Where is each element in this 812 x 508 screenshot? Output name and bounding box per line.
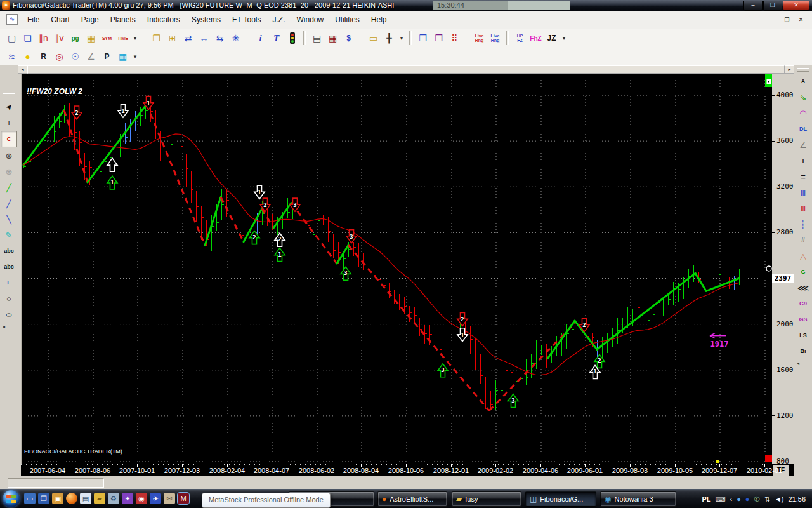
menu-planets[interactable]: Planets (105, 13, 141, 26)
hp-fz-button[interactable]: HP FZ (513, 30, 527, 46)
ruler-button[interactable]: ▭ (366, 30, 381, 46)
menu-help[interactable]: Help (365, 13, 393, 26)
bars-v-button[interactable]: ∥v (52, 30, 67, 46)
scrollbar-thumb[interactable] (27, 65, 785, 74)
planet-p-button[interactable]: P (100, 49, 114, 64)
new-chart-button[interactable]: ▢ (4, 30, 19, 46)
expand-bars-button[interactable]: ↔ (197, 30, 211, 46)
mdi-system-icon[interactable]: ∿ (6, 14, 18, 25)
pen-tool[interactable]: ✎ (1, 227, 16, 243)
multi-trend-tool[interactable]: ⇘ (796, 90, 811, 105)
menu-fttools[interactable]: FT Tools (226, 13, 267, 26)
notepad-icon[interactable]: ▤ (80, 493, 91, 504)
trendline-blue2-tool[interactable]: ╲ (1, 211, 16, 227)
gann-angle-tool[interactable]: ∠ (796, 137, 811, 152)
menu-window[interactable]: Window (291, 13, 329, 26)
tray-app-1-icon[interactable]: ● (737, 495, 741, 503)
taskbar-button-notowania-3[interactable]: ◉Notowania 3 (600, 491, 676, 507)
minimize-button[interactable]: – (743, 1, 763, 11)
gann-g-tool[interactable]: G (796, 264, 811, 279)
crosshair-tool[interactable]: + (1, 115, 16, 130)
fan-tool[interactable]: ⋘ (796, 280, 811, 295)
file-tools-dropdown[interactable]: ▾ (131, 30, 139, 46)
layout-grid-button[interactable]: ▦ (84, 30, 98, 46)
maximize-button[interactable]: ❐ (763, 1, 782, 11)
menu-file[interactable]: File (22, 13, 45, 26)
mail-app-icon[interactable]: ✉ (164, 493, 175, 504)
bi-tool[interactable]: Bi (796, 344, 811, 359)
chart-canvas[interactable]: 21111232213321332211917!!FW20 ZOLW 2FIBO… (21, 74, 773, 464)
andrews-a-tool[interactable]: A (796, 74, 811, 89)
compress-bars-button[interactable]: ⇄ (181, 30, 195, 46)
hlines-tool[interactable]: ≡ (796, 169, 811, 184)
page-button[interactable]: pg (68, 30, 82, 46)
g9-tool[interactable]: G9 (796, 296, 811, 311)
window-switcher-icon[interactable]: ❐ (38, 493, 49, 504)
traffic-light-button[interactable] (285, 30, 299, 46)
window-hilo-button[interactable]: ❒ (416, 30, 430, 46)
folder-icon[interactable]: ▰ (94, 493, 105, 504)
sun-positions-button[interactable]: ● (20, 49, 35, 64)
print-button[interactable]: ▤ (310, 30, 324, 46)
taskbar-button-fibonacci-g[interactable]: ◫Fibonacci/G... (525, 491, 596, 507)
cycles-button[interactable]: ≋ (4, 49, 19, 64)
window-candle-button[interactable]: ❒ (431, 30, 446, 46)
left-toolbar-more[interactable]: ◂ (1, 323, 16, 330)
vlines-blue-tool[interactable]: ||| (796, 185, 811, 200)
horizontal-scrollbar[interactable]: ◂ ▸ (18, 65, 794, 74)
show-desktop-icon[interactable]: ▭ (24, 493, 36, 504)
pointer-tool[interactable]: ➤ (0, 96, 20, 117)
phone-icon[interactable]: ✆ (754, 495, 759, 504)
media-app-icon[interactable]: ✦ (122, 493, 133, 504)
text-abc-tool[interactable]: abc (1, 243, 16, 258)
recycle-bin-icon[interactable]: ♻ (108, 493, 119, 504)
fibonacci-tool[interactable]: F (1, 275, 16, 290)
mdi-restore-button[interactable]: ❐ (781, 15, 793, 25)
menu-utilities[interactable]: Utilities (329, 13, 365, 26)
circle-tool[interactable]: ○ (1, 291, 16, 306)
blue-app-icon[interactable]: ✈ (150, 493, 161, 504)
price-style-button[interactable]: ╂ (382, 30, 396, 46)
astro-dropdown[interactable]: ▾ (131, 49, 139, 64)
pointer-info-button[interactable]: i (253, 30, 268, 46)
trendline-blue-tool[interactable]: ╱ (1, 196, 16, 211)
firefox-icon[interactable] (66, 493, 77, 504)
interval-lines-tool[interactable]: I (796, 153, 811, 168)
jz-dropdown[interactable]: ▾ (560, 30, 568, 46)
menu-page[interactable]: Page (75, 13, 105, 26)
delete-text-tool[interactable]: abc (1, 259, 16, 274)
menu-jz[interactable]: J.Z. (266, 13, 291, 26)
taskbar-button-fusy[interactable]: ▰fusy (452, 491, 521, 507)
time-button[interactable]: TIME (115, 30, 130, 46)
close-button[interactable]: ✕ (783, 1, 809, 11)
keyboard-icon[interactable]: ⌨ (716, 495, 726, 504)
triangle-tool[interactable]: △ (796, 248, 811, 264)
tile-windows-button[interactable]: ⊞ (165, 30, 180, 46)
tray-app-2-icon[interactable]: ● (745, 495, 750, 503)
cascade-windows-button[interactable]: ❐ (149, 30, 164, 46)
fhz-button[interactable]: FhZ (528, 30, 543, 46)
menu-systems[interactable]: Systems (186, 13, 226, 26)
gs-tool[interactable]: GS (796, 312, 811, 327)
parallel-lines-tool[interactable]: // (796, 232, 811, 248)
explorer-icon[interactable]: ▣ (52, 493, 63, 504)
zoom-preview-tool[interactable]: ⊕ (1, 148, 16, 163)
volume-icon[interactable]: ◄) (775, 495, 784, 503)
taskbar-button-astroelliotts[interactable]: ●AstroElliottS... (377, 491, 447, 507)
magnet-tool[interactable]: C (1, 131, 17, 147)
chevron-icon[interactable]: ‹ (730, 495, 732, 503)
mdi-close-button[interactable]: ✕ (795, 15, 807, 25)
aspect-lines-button[interactable]: ∠ (84, 49, 98, 64)
language-indicator[interactable]: PL (702, 495, 711, 503)
live-range-red-button[interactable]: Live Rng (472, 30, 487, 46)
mdi-minimize-button[interactable]: ‒ (767, 15, 779, 25)
taskbar-clock[interactable]: 21:56 (788, 495, 806, 503)
start-button[interactable] (3, 490, 20, 507)
symbol-button[interactable]: SYM (100, 30, 114, 46)
ephemeris-grid-button[interactable]: ▦ (115, 49, 130, 64)
shift-chart-button[interactable]: ⇆ (213, 30, 227, 46)
ls-tool[interactable]: LS (796, 328, 811, 343)
text-tool-button[interactable]: T (269, 30, 284, 46)
bars-n-button[interactable]: ∥n (36, 30, 51, 46)
ellipse-tool[interactable]: ○ (0, 307, 20, 322)
